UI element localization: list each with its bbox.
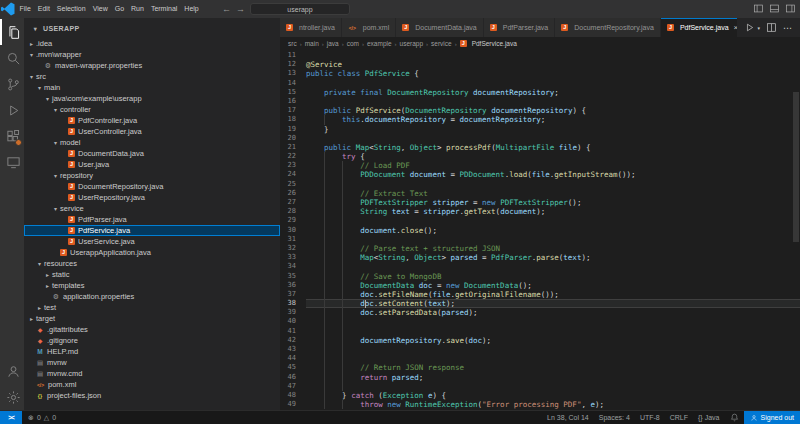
code-line[interactable]: 44 (280, 354, 800, 363)
code-line[interactable]: 22try { (280, 152, 800, 161)
code-line[interactable]: 36DocumentData doc = new DocumentData(); (280, 281, 800, 290)
file-project-files-json[interactable]: {}project-files.json (24, 390, 280, 401)
menu-edit[interactable]: Edit (34, 0, 53, 18)
tab-documentrepository-java[interactable]: JDocumentRepository.java (555, 18, 661, 37)
source-control-icon[interactable] (0, 71, 24, 97)
tab-pdfservice-java[interactable]: JPdfService.java× (661, 18, 738, 37)
code-line[interactable]: 28String text = stripper.getText(documen… (280, 207, 800, 216)
code-line[interactable]: 20 (280, 134, 800, 143)
extensions-icon[interactable] (0, 123, 24, 149)
code-line[interactable]: 38doc.setContent(text); (280, 299, 800, 308)
file-pdfservice-java[interactable]: JPdfService.java (24, 225, 280, 236)
file-pdfcontroller-java[interactable]: JPdfController.java (24, 115, 280, 126)
code-line[interactable]: 12@Service (280, 60, 800, 69)
notifications-bell-icon[interactable] (725, 411, 744, 424)
explorer-root-header[interactable]: ▾ USERAPP (24, 18, 280, 38)
code-line[interactable]: 34 (280, 262, 800, 271)
file-documentrepository-java[interactable]: JDocumentRepository.java (24, 181, 280, 192)
encoding-setting[interactable]: UTF-8 (635, 411, 665, 424)
language-mode[interactable]: {} Java (693, 411, 724, 424)
tab-pdfparser-java[interactable]: JPdfParser.java (484, 18, 556, 37)
code-line[interactable]: 31 (280, 235, 800, 244)
folder-idea[interactable]: ▸.idea (24, 38, 280, 49)
breadcrumb-main[interactable]: main (305, 40, 319, 47)
file-gitignore[interactable]: ◆.gitignore (24, 335, 280, 346)
settings-gear-icon[interactable] (0, 384, 24, 410)
code-line[interactable]: 29 (280, 216, 800, 225)
layout-sidebar-left-icon[interactable] (753, 3, 764, 15)
menu-run[interactable]: Run (128, 0, 148, 18)
file-mvnw-cmd[interactable]: ▤mvnw.cmd (24, 368, 280, 379)
code-line[interactable]: 45// Return JSON response (280, 363, 800, 372)
menu-file[interactable]: File (16, 0, 34, 18)
folder-resources[interactable]: ▾resources (24, 258, 280, 269)
file-pdfparser-java[interactable]: JPdfParser.java (24, 214, 280, 225)
menu-terminal[interactable]: Terminal (147, 0, 180, 18)
menu-selection[interactable]: Selection (53, 0, 89, 18)
code-line[interactable]: 13public class PdfService { (280, 69, 800, 78)
file-userappapplication-java[interactable]: JUserappApplication.java (24, 247, 280, 258)
code-line[interactable]: 43 (280, 345, 800, 354)
back-arrow-icon[interactable]: ← (222, 4, 231, 14)
code-line[interactable]: 18this.documentRepository = documentRepo… (280, 115, 800, 124)
folder-main[interactable]: ▾main (24, 82, 280, 93)
code-line[interactable]: 30document.close(); (280, 226, 800, 235)
folder-controller[interactable]: ▾controller (24, 104, 280, 115)
editor-scrollbar[interactable] (793, 92, 799, 242)
breadcrumb-service[interactable]: service (431, 40, 452, 47)
tab-documentdata-java[interactable]: JDocumentData.java (396, 18, 483, 37)
more-actions-icon[interactable]: ⋯ (783, 23, 793, 33)
indent-setting[interactable]: Spaces: 4 (594, 411, 635, 424)
code-editor[interactable]: 1112@Service13public class PdfService {1… (280, 50, 800, 410)
file-user-java[interactable]: JUser.java (24, 159, 280, 170)
code-line[interactable]: 26// Extract Text (280, 189, 800, 198)
account-icon[interactable] (0, 358, 24, 384)
folder-static[interactable]: ▸static (24, 269, 280, 280)
file-maven-wrapper-properties[interactable]: ⚙maven-wrapper.properties (24, 60, 280, 71)
code-line[interactable]: 49throw new RuntimeException("Error proc… (280, 400, 800, 409)
menu-help[interactable]: Help (181, 0, 202, 18)
tab-ntroller-java[interactable]: Jntroller.java (280, 18, 342, 37)
folder-java-com-example-userapp[interactable]: ▾java\com\example\userapp (24, 93, 280, 104)
file-userservice-java[interactable]: JUserService.java (24, 236, 280, 247)
tab-pom-xml[interactable]: </>pom.xml (342, 18, 396, 37)
breadcrumb-userapp[interactable]: userapp (400, 40, 424, 47)
code-line[interactable]: 27PDFTextStripper stripper = new PDFText… (280, 198, 800, 207)
explorer-icon[interactable] (0, 19, 24, 45)
cursor-position[interactable]: Ln 38, Col 14 (542, 411, 594, 424)
code-line[interactable]: 32// Parse text + structured JSON (280, 244, 800, 253)
code-line[interactable]: 41 (280, 327, 800, 336)
folder-mvn-wrapper[interactable]: ▾.mvn\wrapper (24, 49, 280, 60)
breadcrumb-example[interactable]: example (367, 40, 392, 47)
code-line[interactable]: 11 (280, 51, 800, 60)
breadcrumb-com[interactable]: com (347, 40, 359, 47)
remote-indicator[interactable]: >< (0, 411, 22, 424)
folder-service[interactable]: ▾service (24, 203, 280, 214)
folder-target[interactable]: ▸target (24, 313, 280, 324)
folder-model[interactable]: ▾model (24, 137, 280, 148)
signed-out-badge[interactable]: Signed out (744, 411, 800, 424)
run-button[interactable] (744, 19, 755, 37)
problems-indicator[interactable]: ⊗0 △0 (28, 414, 56, 422)
code-line[interactable]: 37doc.setFileName(file.getOriginalFilena… (280, 290, 800, 299)
file-documentdata-java[interactable]: JDocumentData.java (24, 148, 280, 159)
breadcrumb-src[interactable]: src (288, 40, 297, 47)
run-debug-icon[interactable] (0, 97, 24, 123)
split-editor-icon[interactable] (766, 19, 777, 37)
breadcrumb-pdfservice-java[interactable]: JPdfService.java (460, 40, 517, 47)
code-line[interactable]: 47 (280, 382, 800, 391)
code-line[interactable]: 15private final DocumentRepository docum… (280, 88, 800, 97)
code-line[interactable]: 16 (280, 97, 800, 106)
code-line[interactable]: 42documentRepository.save(doc); (280, 336, 800, 345)
breadcrumb-java[interactable]: java (327, 40, 339, 47)
folder-templates[interactable]: ▸templates (24, 280, 280, 291)
menu-go[interactable]: Go (111, 0, 127, 18)
file-application-properties[interactable]: ⚙application.properties (24, 291, 280, 302)
folder-src[interactable]: ▾src (24, 71, 280, 82)
code-line[interactable]: 23// Load PDF (280, 161, 800, 170)
file-pom-xml[interactable]: </>pom.xml (24, 379, 280, 390)
file-help-md[interactable]: MHELP.md (24, 346, 280, 357)
code-line[interactable]: 40 (280, 317, 800, 326)
menu-view[interactable]: View (89, 0, 111, 18)
folder-repository[interactable]: ▾repository (24, 170, 280, 181)
